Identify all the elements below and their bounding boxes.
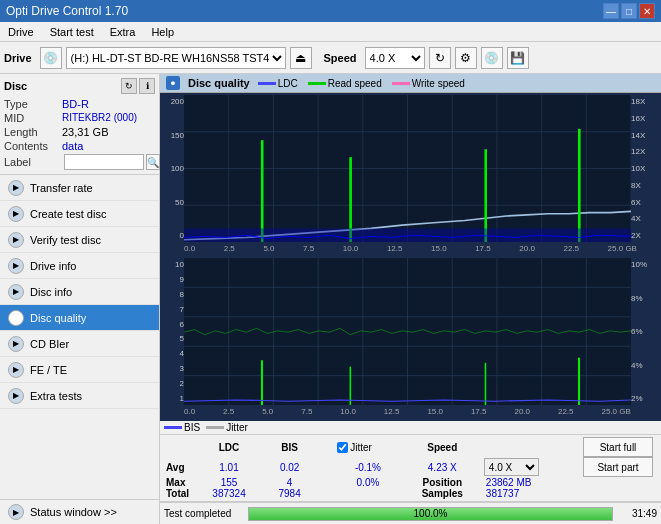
- chart2-y-right: 10%8%6%4%2%: [631, 258, 659, 405]
- stats-table: LDC BIS Jitter Speed Start full: [164, 437, 657, 499]
- maximize-button[interactable]: □: [621, 3, 637, 19]
- menu-extra[interactable]: Extra: [106, 25, 140, 39]
- sidebar-label-disc-info: Disc info: [30, 286, 72, 298]
- sidebar: Disc ↻ ℹ Type BD-R MID RITEKBR2 (000) Le…: [0, 74, 160, 524]
- minimize-button[interactable]: —: [603, 3, 619, 19]
- stats-bar: LDC BIS Jitter Speed Start full: [160, 435, 661, 502]
- disc-button[interactable]: 💿: [481, 47, 503, 69]
- legend-ldc: LDC: [278, 78, 298, 89]
- speed-select[interactable]: 4.0 X: [365, 47, 425, 69]
- legend-write-speed: Write speed: [412, 78, 465, 89]
- label-label: Label: [4, 156, 62, 168]
- drive-icon-button[interactable]: 💿: [40, 47, 62, 69]
- max-bis: 4: [264, 477, 315, 488]
- length-value: 23,31 GB: [62, 126, 108, 138]
- max-label: Max: [164, 477, 194, 488]
- refresh-button[interactable]: ↻: [429, 47, 451, 69]
- progress-percent: 100.0%: [249, 508, 612, 520]
- jitter-checkbox-cell: Jitter: [335, 437, 400, 457]
- contents-value: data: [62, 140, 83, 152]
- samples-label: Samples: [401, 488, 484, 499]
- start-full-button[interactable]: Start full: [583, 437, 653, 457]
- sidebar-item-transfer-rate[interactable]: ▶ Transfer rate: [0, 175, 159, 201]
- drive-label: Drive: [4, 52, 32, 64]
- avg-ldc: 1.01: [194, 457, 264, 477]
- chart2-x-axis: 0.02.55.07.510.012.515.017.520.022.525.0…: [162, 407, 659, 419]
- create-test-disc-icon: ▶: [8, 206, 24, 222]
- max-ldc: 155: [194, 477, 264, 488]
- type-label: Type: [4, 98, 62, 110]
- chart1-y-right: 18X16X14X12X10X8X6X4X2X: [631, 95, 659, 242]
- chart2-y-left: 10987654321: [162, 258, 184, 405]
- sidebar-item-fe-te[interactable]: ▶ FE / TE: [0, 357, 159, 383]
- disc-refresh-icon[interactable]: ↻: [121, 78, 137, 94]
- status-window-label: Status window >>: [30, 506, 117, 518]
- disc-header: Disc: [4, 80, 27, 92]
- chart1-y-left: 200150100500: [162, 95, 184, 242]
- verify-test-disc-icon: ▶: [8, 232, 24, 248]
- chart2-svg: [184, 258, 631, 405]
- avg-jitter: -0.1%: [335, 457, 400, 477]
- start-full-cell: Start full: [577, 437, 657, 457]
- disc-quality-icon: ▶: [8, 310, 24, 326]
- chart1-container: 200150100500: [162, 95, 659, 242]
- sidebar-label-disc-quality: Disc quality: [30, 312, 86, 324]
- menu-start-test[interactable]: Start test: [46, 25, 98, 39]
- svg-rect-22: [184, 228, 631, 242]
- type-value: BD-R: [62, 98, 89, 110]
- disc-panel: Disc ↻ ℹ Type BD-R MID RITEKBR2 (000) Le…: [0, 74, 159, 175]
- header-speed: Speed: [401, 437, 484, 457]
- samples-value: 381737: [484, 488, 577, 499]
- menu-drive[interactable]: Drive: [4, 25, 38, 39]
- jitter-legend-label: Jitter: [226, 422, 248, 433]
- sidebar-item-drive-info[interactable]: ▶ Drive info: [0, 253, 159, 279]
- mid-value: RITEKBR2 (000): [62, 112, 137, 124]
- titlebar: Opti Drive Control 1.70 — □ ✕: [0, 0, 661, 22]
- eject-button[interactable]: ⏏: [290, 47, 312, 69]
- header-bis: BIS: [264, 437, 315, 457]
- settings-button[interactable]: ⚙: [455, 47, 477, 69]
- chart2-legend: BIS Jitter: [160, 421, 661, 435]
- save-button[interactable]: 💾: [507, 47, 529, 69]
- avg-speed: 4.23 X: [401, 457, 484, 477]
- label-set-button[interactable]: 🔍: [146, 154, 160, 170]
- transfer-rate-icon: ▶: [8, 180, 24, 196]
- total-label: Total: [164, 488, 194, 499]
- bis-legend-label: BIS: [184, 422, 200, 433]
- window-controls: — □ ✕: [603, 3, 655, 19]
- progress-time: 31:49: [617, 508, 657, 519]
- start-part-button[interactable]: Start part: [583, 457, 653, 477]
- sidebar-item-extra-tests[interactable]: ▶ Extra tests: [0, 383, 159, 409]
- sidebar-item-verify-test-disc[interactable]: ▶ Verify test disc: [0, 227, 159, 253]
- sidebar-label-fe-te: FE / TE: [30, 364, 67, 376]
- chart1-x-axis: 0.02.55.07.510.012.515.017.520.022.525.0…: [162, 244, 659, 256]
- menu-help[interactable]: Help: [147, 25, 178, 39]
- position-value: 23862 MB: [484, 477, 577, 488]
- dq-icon: ●: [166, 76, 180, 90]
- sidebar-item-create-test-disc[interactable]: ▶ Create test disc: [0, 201, 159, 227]
- label-input[interactable]: [64, 154, 144, 170]
- mid-label: MID: [4, 112, 62, 124]
- close-button[interactable]: ✕: [639, 3, 655, 19]
- sidebar-label-verify-test-disc: Verify test disc: [30, 234, 101, 246]
- chart1-svg: [184, 95, 631, 242]
- contents-label: Contents: [4, 140, 62, 152]
- total-ldc: 387324: [194, 488, 264, 499]
- chart2-container: 10987654321: [162, 258, 659, 405]
- drive-select[interactable]: (H:) HL-DT-ST BD-RE WH16NS58 TST4: [66, 47, 286, 69]
- header-ldc: LDC: [194, 437, 264, 457]
- position-label: Position: [401, 477, 484, 488]
- speed-select-stats[interactable]: 4.0 X: [484, 458, 539, 476]
- legend-read-speed: Read speed: [328, 78, 382, 89]
- status-window-item[interactable]: ▶ Status window >>: [0, 500, 159, 524]
- disc-info-icon[interactable]: ℹ: [139, 78, 155, 94]
- app-title: Opti Drive Control 1.70: [6, 4, 128, 18]
- sidebar-item-disc-info[interactable]: ▶ Disc info: [0, 279, 159, 305]
- main-layout: Disc ↻ ℹ Type BD-R MID RITEKBR2 (000) Le…: [0, 74, 661, 524]
- sidebar-item-disc-quality[interactable]: ▶ Disc quality: [0, 305, 159, 331]
- progress-bar: 100.0%: [248, 507, 613, 521]
- jitter-checkbox[interactable]: [337, 442, 348, 453]
- content-area: ● Disc quality LDC Read speed Write spee…: [160, 74, 661, 524]
- sidebar-item-cd-bier[interactable]: ▶ CD BIer: [0, 331, 159, 357]
- sidebar-label-transfer-rate: Transfer rate: [30, 182, 93, 194]
